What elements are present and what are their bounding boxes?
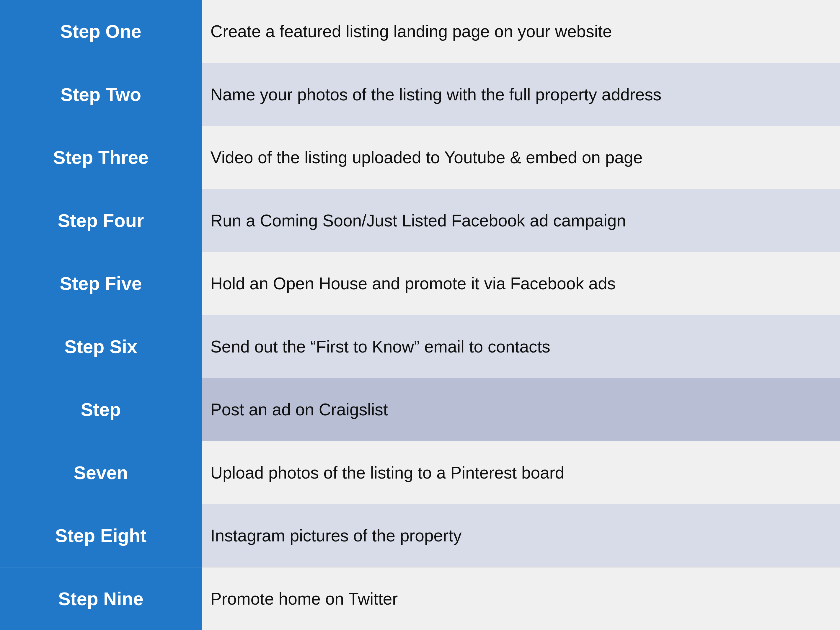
step-content-1: Create a featured listing landing page o… [202, 0, 840, 63]
content-column: Create a featured listing landing page o… [202, 0, 840, 630]
step-label-4: Step Four [0, 189, 202, 253]
step-label-3: Step Three [0, 126, 202, 189]
step-label-10: Step Nine [0, 567, 202, 630]
step-content-7: Post an ad on Craigslist [202, 378, 840, 441]
main-table: Step OneStep TwoStep ThreeStep FourStep … [0, 0, 840, 630]
step-content-10: Promote home on Twitter [202, 567, 840, 630]
step-content-8: Upload photos of the listing to a Pinter… [202, 441, 840, 505]
step-label-8: Seven [0, 441, 202, 505]
step-content-2: Name your photos of the listing with the… [202, 63, 840, 126]
step-content-3: Video of the listing uploaded to Youtube… [202, 126, 840, 189]
step-label-7: Step [0, 378, 202, 441]
step-content-6: Send out the “First to Know” email to co… [202, 315, 840, 379]
step-label-1: Step One [0, 0, 202, 63]
steps-column: Step OneStep TwoStep ThreeStep FourStep … [0, 0, 202, 630]
step-label-5: Step Five [0, 252, 202, 315]
step-label-6: Step Six [0, 315, 202, 379]
step-label-9: Step Eight [0, 504, 202, 567]
step-content-4: Run a Coming Soon/Just Listed Facebook a… [202, 189, 840, 253]
step-content-9: Instagram pictures of the property [202, 504, 840, 567]
step-label-2: Step Two [0, 63, 202, 126]
step-content-5: Hold an Open House and promote it via Fa… [202, 252, 840, 315]
